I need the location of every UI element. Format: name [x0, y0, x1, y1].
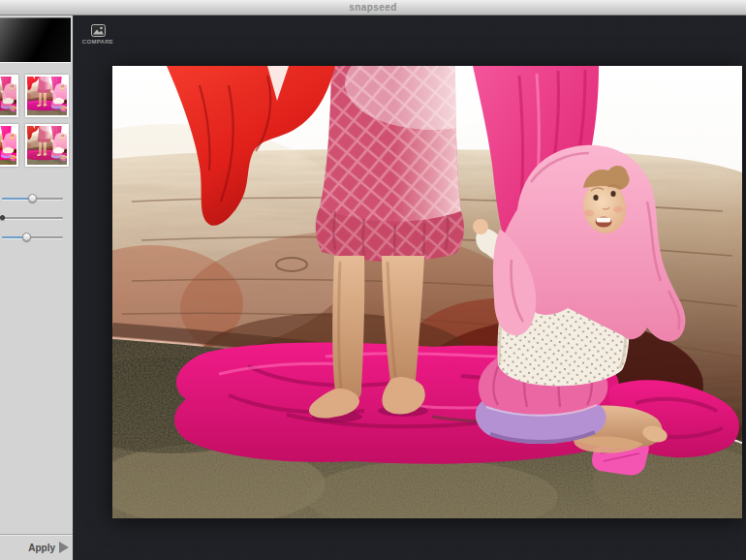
- adjustment-slider-3[interactable]: [2, 232, 63, 242]
- original-image-panel[interactable]: [0, 17, 71, 62]
- slider-knob[interactable]: [28, 194, 37, 202]
- adjustment-slider-2[interactable]: [2, 212, 63, 223]
- compare-button[interactable]: COMPARE: [81, 24, 114, 45]
- preset-thumbnail[interactable]: [0, 75, 18, 117]
- photo-preview[interactable]: [112, 66, 742, 518]
- apply-button[interactable]: Apply: [0, 534, 74, 560]
- slider-knob[interactable]: [0, 215, 5, 220]
- app-title: snapseed: [349, 2, 396, 13]
- sidebar: Apply: [0, 16, 74, 560]
- apply-arrow-icon: [59, 542, 69, 553]
- preset-thumbnail[interactable]: [25, 124, 69, 167]
- title-bar: snapseed: [0, 0, 746, 16]
- compare-label: COMPARE: [82, 39, 113, 45]
- adjustment-slider-1[interactable]: [2, 193, 63, 203]
- editor-canvas: COMPARE: [74, 16, 746, 560]
- preset-thumbnail[interactable]: [0, 124, 18, 167]
- slider-knob[interactable]: [22, 233, 31, 241]
- preset-thumbnail[interactable]: [25, 75, 69, 117]
- slider-track: [2, 217, 63, 219]
- compare-photo-icon: [91, 24, 106, 37]
- apply-label: Apply: [28, 543, 55, 553]
